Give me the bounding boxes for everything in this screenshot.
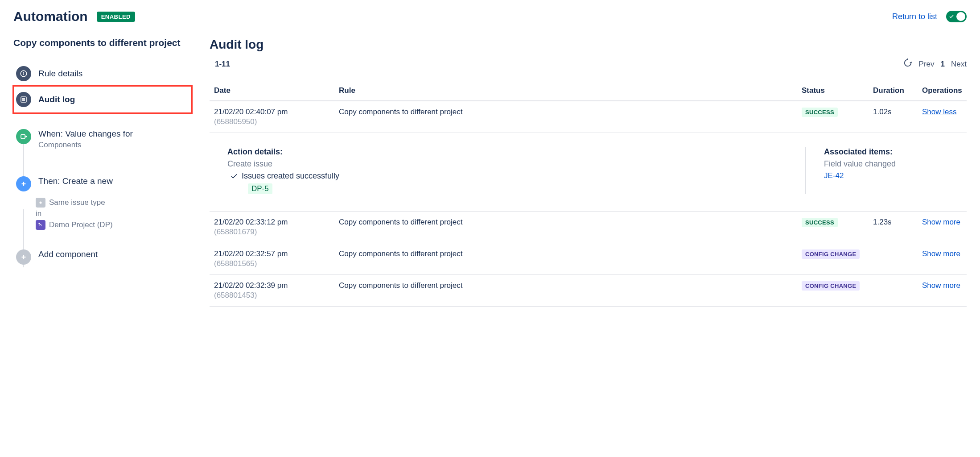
audit-log-table: Date Rule Status Duration Operations 21/… [210, 81, 967, 307]
cell-operations: Show less [918, 101, 967, 133]
show-more-link[interactable]: Show more [922, 218, 960, 226]
cell-date: 21/02/20 02:32:57 pm(658801565) [210, 243, 334, 275]
cell-rule: Copy components to different project [334, 212, 797, 243]
col-status: Status [797, 81, 869, 101]
project-icon [36, 220, 45, 230]
cell-rule: Copy components to different project [334, 243, 797, 275]
add-component-button[interactable]: Add component [13, 245, 192, 269]
col-operations: Operations [918, 81, 967, 101]
cell-operations: Show more [918, 275, 967, 307]
associated-sub: Field value changed [824, 159, 958, 169]
action-sub-project: Demo Project (DP) [49, 220, 113, 229]
cell-operations: Show more [918, 243, 967, 275]
cell-status: SUCCESS [797, 212, 869, 243]
sidebar-item-label: Rule details [38, 69, 82, 79]
rule-name: Copy components to different project [13, 37, 192, 48]
col-date: Date [210, 81, 334, 101]
trigger-icon [16, 129, 31, 144]
cell-rule: Copy components to different project [334, 101, 797, 133]
action-sub-row-3: Demo Project (DP) [36, 220, 192, 230]
status-badge: SUCCESS [802, 108, 838, 117]
cell-status: CONFIG CHANGE [797, 275, 869, 307]
check-icon [949, 14, 954, 19]
table-row: 21/02/20 02:40:07 pm(658805950)Copy comp… [210, 101, 967, 133]
sidebar-item-rule-details[interactable]: Rule details [13, 62, 192, 86]
cell-duration [869, 243, 918, 275]
associated-title: Associated items: [824, 147, 958, 157]
col-duration: Duration [869, 81, 918, 101]
enabled-badge: ENABLED [97, 12, 135, 22]
pager-page: 1 [941, 60, 945, 69]
svg-point-10 [40, 202, 42, 204]
action-details-title: Action details: [227, 147, 792, 157]
show-more-link[interactable]: Show more [922, 249, 960, 258]
sidebar-item-label: Audit log [38, 95, 75, 104]
action-sub-row-1: Same issue type [36, 198, 192, 208]
pager-next[interactable]: Next [951, 60, 967, 69]
issue-key[interactable]: DP-5 [248, 183, 272, 194]
cell-status: SUCCESS [797, 101, 869, 133]
sidebar-item-audit-log[interactable]: Audit log [13, 86, 192, 113]
cell-status: CONFIG CHANGE [797, 243, 869, 275]
svg-point-11 [39, 223, 40, 224]
status-badge: CONFIG CHANGE [802, 281, 860, 291]
table-row: 21/02/20 02:32:57 pm(658801565)Copy comp… [210, 243, 967, 275]
status-badge: SUCCESS [802, 218, 838, 227]
check-icon [230, 172, 238, 180]
rule-enabled-toggle[interactable] [946, 11, 967, 22]
page-title: Automation [13, 9, 88, 24]
add-component-label: Add component [38, 249, 98, 259]
issuetype-icon [36, 198, 45, 208]
cell-date: 21/02/20 02:32:39 pm(658801453) [210, 275, 334, 307]
col-rule: Rule [334, 81, 797, 101]
pager-prev[interactable]: Prev [919, 60, 935, 69]
trigger-label: When: Value changes for [38, 129, 133, 139]
svg-rect-7 [21, 135, 25, 139]
result-range: 1-11 [210, 60, 230, 69]
trigger-sub: Components [38, 141, 133, 150]
show-less-link[interactable]: Show less [922, 108, 956, 116]
plus-icon [16, 249, 31, 265]
return-to-list-link[interactable]: Return to list [892, 12, 937, 21]
svg-point-2 [24, 72, 24, 73]
list-icon [16, 92, 31, 107]
cell-date: 21/02/20 02:33:12 pm(658801679) [210, 212, 334, 243]
info-icon [16, 66, 31, 81]
cell-operations: Show more [918, 212, 967, 243]
success-row: Issues created successfully [230, 171, 792, 181]
action-label: Then: Create a new [38, 176, 113, 186]
trigger-item[interactable]: When: Value changes for Components [13, 125, 192, 154]
cell-duration: 1.02s [869, 101, 918, 133]
refresh-icon[interactable] [903, 58, 913, 70]
action-sub-row-2: in [36, 209, 192, 218]
table-row: 21/02/20 02:32:39 pm(658801453)Copy comp… [210, 275, 967, 307]
cell-duration: 1.23s [869, 212, 918, 243]
action-details-sub: Create issue [227, 159, 792, 169]
table-row: 21/02/20 02:33:12 pm(658801679)Copy comp… [210, 212, 967, 243]
status-badge: CONFIG CHANGE [802, 249, 860, 259]
cell-rule: Copy components to different project [334, 275, 797, 307]
section-title: Audit log [210, 37, 967, 52]
show-more-link[interactable]: Show more [922, 281, 960, 290]
expanded-row: Action details:Create issueIssues create… [210, 133, 967, 212]
action-sub-text: Same issue type [49, 198, 105, 207]
divider [34, 118, 192, 118]
plus-icon [16, 176, 31, 191]
action-sub-prefix: in [36, 209, 41, 218]
cell-date: 21/02/20 02:40:07 pm(658805950) [210, 101, 334, 133]
associated-link[interactable]: JE-42 [824, 171, 844, 180]
action-item[interactable]: Then: Create a new [13, 172, 192, 196]
cell-duration [869, 275, 918, 307]
